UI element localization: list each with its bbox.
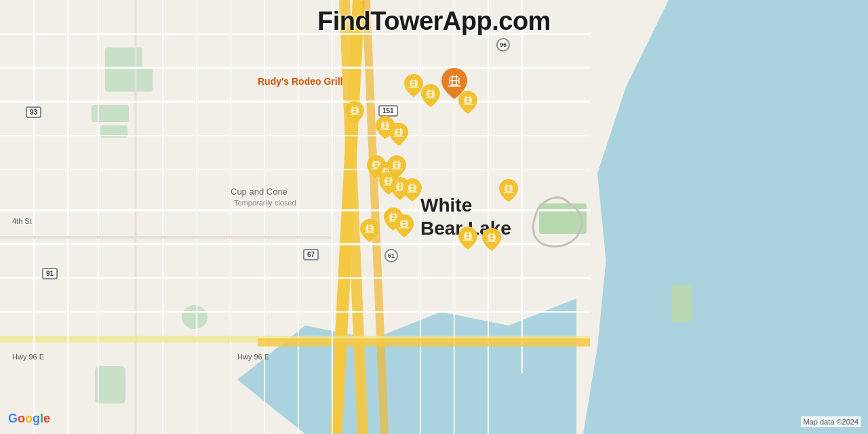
pin-tower-p2[interactable] [404,74,423,97]
pin-tower-p3[interactable] [421,84,440,107]
label-rudys-rodeo-grill: Rudy's Rodeo Grill [258,76,342,87]
label-4th-st: 4th St [12,217,32,225]
label-cup-cone-status: Temporarily closed [234,199,296,207]
pin-tower-p1[interactable] [345,101,364,124]
shield-91: 91 [42,268,58,279]
label-hwy-96e-right: Hwy 96 E [237,353,269,361]
shield-96: 96 [496,38,510,52]
shield-61: 61 [384,249,398,262]
pin-tower-p6[interactable] [389,123,408,146]
pin-tower-p16[interactable] [360,219,379,242]
pin-tower-p18[interactable] [482,228,501,251]
pin-tower-p17[interactable] [458,226,477,250]
shield-93: 93 [26,106,41,118]
label-cup-and-cone: Cup and Cone [231,186,288,197]
pin-tower-p13[interactable] [499,179,518,202]
label-hwy-96e-left: Hwy 96 E [12,353,44,361]
shield-151: 151 [378,105,398,117]
map-container: FindTowerApp.com Rudy's Rodeo Grill Cup … [0,0,868,434]
svg-line-1 [366,0,384,434]
page-title: FindTowerApp.com [0,7,868,36]
pin-orange-feature[interactable] [441,68,467,99]
shield-67: 67 [303,249,319,260]
svg-line-0 [344,0,363,434]
map-data-attribution: Map data ©2024 [801,416,862,427]
pin-tower-p15[interactable] [395,214,414,237]
google-logo: Google [8,412,50,426]
pin-tower-p12[interactable] [403,178,422,201]
